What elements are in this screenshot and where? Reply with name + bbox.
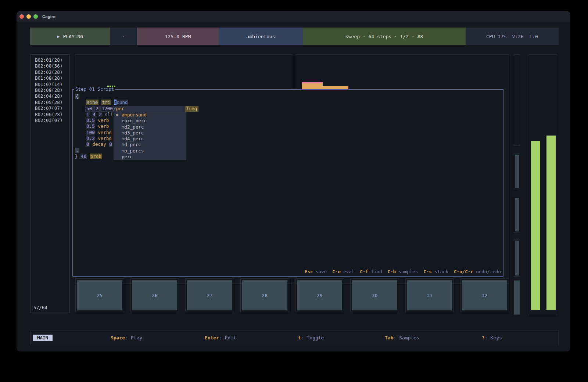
hint-key: C-u/C-r: [454, 269, 473, 274]
code-text: 1 4 2 sli: [75, 112, 113, 117]
pattern-info[interactable]: sweep · 64 steps · 1/2 · #8: [303, 28, 466, 45]
popup-item[interactable]: perc: [114, 154, 186, 160]
meter-panel: [529, 54, 557, 315]
editor-hint: Esc save: [305, 269, 327, 274]
hint-colon: :: [393, 335, 399, 340]
step-button[interactable]: 27: [185, 278, 234, 312]
step-counter: 57/64: [33, 305, 47, 310]
bpm-display[interactable]: 125.0 BPM: [137, 28, 219, 45]
param-hint: freq: [185, 106, 198, 112]
step-button-label: 28: [242, 280, 287, 310]
activity-dots-icon: [107, 86, 115, 87]
system-stats: CPU 17% V:26 L:0: [466, 28, 559, 45]
hint-colon: :: [219, 335, 225, 340]
code-line[interactable]: sine tri sound: [75, 100, 501, 105]
sample-list-item[interactable]: B02:08(56): [31, 63, 69, 69]
step-button-label: 29: [297, 280, 343, 310]
sample-list-item[interactable]: B02:03(07): [31, 118, 69, 123]
code-text: 0.2 verbd: [75, 136, 112, 141]
maximize-icon[interactable]: [33, 14, 38, 19]
code-text: 0.5 verb: [75, 118, 109, 123]
popup-item-label: md4_perc: [122, 136, 144, 141]
editor-title: Step 01 Script: [74, 86, 115, 92]
pattern-note-bar: [302, 82, 323, 90]
side-track-bar: [515, 241, 519, 275]
status-bar: ▶PLAYING · 125.0 BPM ambientous sweep · …: [30, 28, 559, 45]
code-text: {: [75, 94, 79, 99]
sample-list-item[interactable]: B01:07(14): [31, 82, 69, 87]
hint-key: Esc: [305, 269, 313, 274]
popup-item[interactable]: euro_perc: [114, 118, 186, 124]
popup-item-label: ampersand: [122, 112, 147, 118]
step-button[interactable]: 25: [75, 278, 124, 312]
sample-list-item[interactable]: B02:04(28): [31, 93, 69, 99]
popup-item[interactable]: md3_perc: [114, 130, 186, 136]
selection-marker-icon: >: [116, 112, 119, 118]
side-track-panel: [514, 197, 520, 233]
sample-list-item[interactable]: B02:01(28): [31, 57, 69, 63]
close-icon[interactable]: [19, 14, 24, 19]
minimize-icon[interactable]: [26, 14, 31, 19]
editor-hint: C-f find: [360, 269, 382, 274]
sample-list-item[interactable]: B02:06(28): [31, 112, 69, 118]
hint-colon: :: [485, 335, 491, 340]
sample-list-item[interactable]: B02:09(28): [31, 87, 69, 93]
hint-key: Enter: [205, 335, 219, 340]
hint-label: samples: [396, 269, 418, 274]
popup-item-label: euro_perc: [122, 118, 147, 123]
code-line[interactable]: freq50 2 1200/per: [75, 106, 501, 112]
project-name[interactable]: ambientous: [219, 28, 303, 45]
hint-label: eval: [341, 269, 355, 274]
sample-list-item[interactable]: B01:08(28): [31, 75, 69, 81]
footer-hint: ?: Keys: [482, 331, 502, 345]
sample-list-panel: B02:01(28)B02:08(56)B02:02(28)B01:08(28)…: [30, 54, 70, 313]
app-window: Cagire ▶PLAYING · 125.0 BPM ambientous s…: [17, 11, 570, 352]
code-text: sine tri sound: [75, 100, 128, 105]
hint-key: t: [298, 335, 301, 340]
hint-key: C-s: [423, 269, 432, 274]
popup-item[interactable]: md4_perc: [114, 136, 186, 142]
titlebar: Cagire: [17, 11, 570, 22]
hint-label: Samples: [399, 335, 419, 340]
popup-item[interactable]: md_perc: [114, 142, 186, 148]
footer-hint: Space: Play: [111, 331, 142, 345]
level-meter-bar: [531, 141, 540, 310]
step-button[interactable]: 29: [295, 278, 344, 312]
sample-list-item[interactable]: B02:02(28): [31, 69, 69, 75]
step-button[interactable]: 28: [240, 278, 289, 312]
side-track-panel: [514, 54, 520, 146]
status-dot: ·: [110, 28, 137, 45]
hint-label: find: [368, 269, 382, 274]
step-button[interactable]: 32: [460, 278, 509, 312]
step-button-label: 26: [132, 280, 178, 310]
script-editor[interactable]: Step 01 Script {sine tri soundfreq50 2 1…: [72, 89, 503, 277]
mode-badge: MAIN: [33, 335, 53, 341]
level-meter-bar: [546, 136, 556, 310]
popup-item-label: md3_perc: [122, 130, 144, 136]
sample-list-item[interactable]: B02:05(28): [31, 100, 69, 105]
editor-hint: C-b samples: [388, 269, 418, 274]
sample-list-item[interactable]: B02:07(07): [31, 105, 69, 111]
code-text: 8 decay 8: [75, 141, 112, 147]
side-step-cell[interactable]: [514, 280, 520, 315]
step-button[interactable]: 30: [350, 278, 399, 312]
step-button-label: 31: [407, 280, 452, 310]
code-text: 100 verbd: [75, 130, 112, 135]
popup-item[interactable]: >ampersand: [114, 112, 186, 118]
hint-label: stack: [432, 269, 448, 274]
step-button[interactable]: 31: [405, 278, 454, 312]
code-line[interactable]: {: [75, 94, 501, 100]
popup-item[interactable]: mo_percs: [114, 148, 186, 154]
step-button[interactable]: 26: [130, 278, 179, 312]
popup-item-label: mo_percs: [122, 148, 144, 154]
footer-bar: MAIN Space: PlayEnter: Editt: ToggleTab:…: [30, 331, 559, 345]
side-track-panel: [514, 239, 520, 277]
hint-key: Tab: [385, 335, 393, 340]
hint-label: Play: [131, 335, 142, 340]
popup-item[interactable]: md2_perc: [114, 124, 186, 130]
window-title: Cagire: [42, 11, 55, 22]
transport-status[interactable]: ▶PLAYING: [30, 28, 110, 45]
hint-key: C-f: [360, 269, 368, 274]
code-text: .: [75, 148, 79, 153]
popup-item-label: md2_perc: [122, 124, 144, 130]
